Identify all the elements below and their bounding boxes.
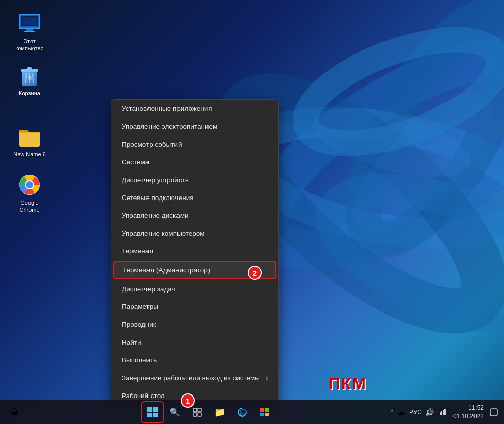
task-view-icon bbox=[193, 408, 202, 417]
taskbar-right: ^ ☁ РУС 🔊 11:52 01.10.2022 bbox=[391, 404, 504, 421]
menu-item-terminal[interactable]: Терминал bbox=[111, 242, 278, 260]
svg-rect-35 bbox=[260, 408, 264, 412]
menu-item-search[interactable]: Найти bbox=[111, 333, 278, 351]
menu-item-device-manager[interactable]: Диспетчер устройств bbox=[111, 171, 278, 189]
desktop-icon-chrome[interactable]: Google Chrome bbox=[9, 171, 50, 216]
menu-item-shutdown[interactable]: Завершение работы или выход из системы › bbox=[111, 369, 278, 387]
svg-point-6 bbox=[333, 73, 504, 253]
start-button[interactable] bbox=[142, 402, 163, 422]
this-pc-label: Этот компьютер bbox=[11, 38, 48, 52]
svg-rect-39 bbox=[440, 412, 441, 415]
desktop-icon-recycle-bin[interactable]: ♻ Корзина bbox=[9, 61, 50, 99]
desktop: Этот компьютер ♻ Корзина bbox=[0, 0, 504, 424]
menu-item-explorer[interactable]: Проводник bbox=[111, 316, 278, 333]
folder-label: New Name 6 bbox=[13, 151, 46, 158]
menu-item-network-connections[interactable]: Сетевые подключения bbox=[111, 189, 278, 207]
svg-point-5 bbox=[316, 163, 504, 346]
menu-item-computer-management[interactable]: Управление компьютером bbox=[111, 224, 278, 242]
taskbar-left: 🌤 bbox=[2, 402, 26, 422]
step-badge-2: 2 bbox=[248, 266, 262, 280]
svg-rect-28 bbox=[153, 407, 158, 412]
svg-line-19 bbox=[26, 73, 26, 83]
notification-button[interactable] bbox=[489, 407, 499, 417]
svg-rect-31 bbox=[193, 408, 197, 412]
svg-rect-11 bbox=[26, 29, 33, 31]
taskbar-center: 🔍 📁 bbox=[26, 402, 391, 422]
taskbar: 🌤 🔍 bbox=[0, 400, 504, 424]
tray-overflow-button[interactable]: ^ bbox=[391, 409, 393, 415]
svg-rect-36 bbox=[265, 408, 269, 412]
store-icon bbox=[259, 407, 270, 417]
menu-item-task-manager[interactable]: Диспетчер задач bbox=[111, 280, 278, 298]
folder-icon bbox=[17, 124, 42, 149]
shutdown-arrow-icon: › bbox=[266, 375, 268, 382]
language-indicator[interactable]: РУС bbox=[409, 409, 422, 416]
file-explorer-button[interactable]: 📁 bbox=[210, 402, 230, 422]
step-badge-1: 1 bbox=[181, 393, 195, 408]
file-explorer-icon: 📁 bbox=[214, 407, 225, 418]
menu-item-run[interactable]: Выполнить bbox=[111, 351, 278, 369]
store-button[interactable] bbox=[254, 402, 275, 422]
svg-rect-27 bbox=[147, 407, 152, 412]
svg-line-21 bbox=[33, 73, 33, 83]
this-pc-icon bbox=[17, 11, 42, 36]
svg-rect-42 bbox=[444, 409, 446, 415]
weather-button[interactable]: 🌤 bbox=[4, 402, 24, 422]
chrome-icon bbox=[17, 173, 42, 197]
network-icon[interactable] bbox=[438, 407, 448, 417]
svg-rect-37 bbox=[260, 413, 264, 416]
svg-rect-14 bbox=[22, 17, 37, 25]
edge-icon bbox=[237, 407, 247, 417]
svg-rect-34 bbox=[198, 413, 201, 416]
svg-point-4 bbox=[293, 18, 504, 164]
search-icon: 🔍 bbox=[170, 407, 180, 417]
svg-rect-40 bbox=[441, 411, 442, 415]
svg-text:♻: ♻ bbox=[27, 75, 32, 81]
svg-rect-43 bbox=[490, 409, 497, 416]
chrome-label: Google Chrome bbox=[11, 199, 48, 214]
clock-date: 01.10.2022 bbox=[453, 412, 484, 421]
desktop-icon-this-pc[interactable]: Этот компьютер bbox=[9, 9, 50, 54]
svg-rect-32 bbox=[198, 408, 201, 412]
svg-rect-38 bbox=[265, 413, 269, 416]
cloud-icon[interactable]: ☁ bbox=[396, 407, 406, 417]
menu-item-system[interactable]: Система bbox=[111, 153, 278, 171]
svg-rect-29 bbox=[147, 413, 152, 417]
svg-rect-33 bbox=[193, 413, 197, 416]
svg-point-2 bbox=[335, 0, 504, 261]
volume-icon[interactable]: 🔊 bbox=[425, 407, 435, 417]
clock-time: 11:52 bbox=[453, 404, 484, 412]
menu-item-installed-apps[interactable]: Установленные приложения bbox=[111, 100, 278, 118]
clock-area[interactable]: 11:52 01.10.2022 bbox=[451, 404, 486, 421]
menu-item-settings[interactable]: Параметры bbox=[111, 298, 278, 316]
svg-point-7 bbox=[306, 94, 478, 190]
edge-button[interactable] bbox=[232, 402, 252, 422]
menu-item-event-viewer[interactable]: Просмотр событий bbox=[111, 135, 278, 153]
weather-icon: 🌤 bbox=[10, 407, 19, 417]
recycle-bin-label: Корзина bbox=[19, 90, 40, 97]
svg-rect-12 bbox=[24, 31, 35, 32]
recycle-bin-icon: ♻ bbox=[17, 63, 42, 88]
windows-logo-icon bbox=[147, 407, 158, 418]
desktop-icon-folder[interactable]: New Name 6 bbox=[9, 122, 50, 160]
svg-rect-30 bbox=[153, 413, 158, 417]
context-menu: Установленные приложения Управление элек… bbox=[111, 99, 279, 405]
svg-rect-41 bbox=[443, 410, 444, 415]
svg-rect-18 bbox=[27, 67, 32, 70]
pkm-annotation: ПКМ bbox=[329, 375, 367, 393]
menu-item-disk-management[interactable]: Управление дисками bbox=[111, 207, 278, 224]
svg-point-0 bbox=[241, 18, 504, 287]
menu-item-power-management[interactable]: Управление электропитанием bbox=[111, 118, 278, 135]
